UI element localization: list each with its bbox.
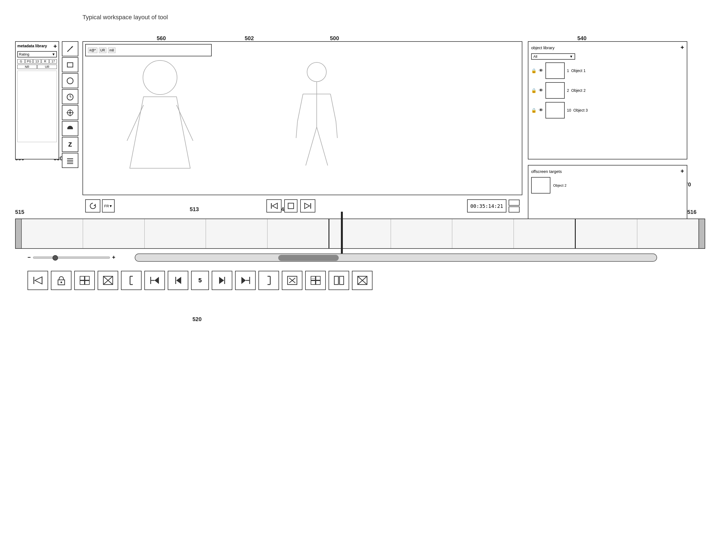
object-label-2[interactable]: Object 2	[571, 88, 586, 93]
rating-r[interactable]: R	[42, 59, 49, 64]
go-to-start-button[interactable]	[27, 271, 48, 290]
split-button[interactable]	[329, 271, 349, 290]
metadata-title: metadata library	[17, 43, 47, 48]
camera-icon-1[interactable]	[509, 200, 520, 206]
timeline-cell[interactable]	[391, 219, 452, 248]
eye-icon-2[interactable]: 👁	[539, 88, 543, 93]
library-add-button[interactable]: +	[680, 45, 684, 51]
library-filter-value: All	[533, 54, 537, 59]
back-to-in-button[interactable]	[144, 271, 165, 290]
scrollbar-thumb[interactable]	[278, 255, 339, 261]
timeline-scrollbar[interactable]	[135, 253, 657, 262]
half-circle-tool-button[interactable]	[62, 121, 78, 136]
zoom-track[interactable]	[33, 256, 110, 259]
zoom-minus-button[interactable]: −	[27, 254, 31, 261]
lock-icon-2[interactable]: 🔒	[531, 88, 537, 93]
timeline-cell[interactable]	[637, 219, 699, 248]
offscreen-label-1: Object 2	[553, 183, 566, 187]
timeline-cell[interactable]	[22, 219, 83, 248]
ref-560: 560	[157, 35, 166, 42]
rating-row2: NR UR	[17, 65, 57, 69]
zoom-thumb[interactable]	[53, 255, 58, 261]
lines-tool-button[interactable]	[62, 153, 78, 168]
timeline-left-handle[interactable]	[16, 219, 22, 248]
rectangle-tool-button[interactable]	[62, 57, 78, 72]
svg-rect-43	[85, 276, 89, 280]
object-label-1[interactable]: Object 1	[571, 68, 586, 73]
timeline-cell[interactable]	[329, 219, 391, 248]
offscreen-targets-panel: offscreen targets + Object 2	[528, 165, 687, 220]
rating-ur[interactable]: UR	[37, 65, 57, 69]
timeline-cell[interactable]	[83, 219, 144, 248]
z-tool-button[interactable]: Z	[62, 137, 78, 152]
remove-button[interactable]	[352, 271, 373, 290]
svg-marker-59	[241, 277, 246, 284]
delete-region-button[interactable]	[282, 271, 302, 290]
timeline-cell-playhead[interactable]	[268, 219, 329, 248]
metadata-panel: metadata library + Rating ▼ G PG 13 R 17…	[15, 41, 59, 159]
toolbar-tag-m8[interactable]: m8	[108, 48, 115, 53]
close-region-button[interactable]	[98, 271, 118, 290]
rating-nr[interactable]: NR	[17, 65, 37, 69]
out-point-button[interactable]	[258, 271, 279, 290]
split-view-button[interactable]	[74, 271, 95, 290]
ref-540: 540	[577, 35, 586, 42]
timeline-cell[interactable]	[452, 219, 514, 248]
crosshair-tool-button[interactable]	[62, 105, 78, 120]
svg-line-19	[127, 105, 144, 141]
camera-icon-2[interactable]	[509, 206, 520, 213]
reset-button[interactable]	[85, 199, 100, 213]
object-thumbnail-3	[545, 102, 565, 118]
object-library-panel: object library + All ▼ 🔒 👁 1 Object 1 🔒 …	[528, 41, 687, 159]
lock-icon-3[interactable]: 🔒	[531, 108, 537, 113]
rating-17[interactable]: 17	[49, 59, 57, 64]
in-point-button[interactable]	[121, 271, 142, 290]
object-thumbnail-1	[545, 62, 565, 79]
multicam-button[interactable]	[305, 271, 326, 290]
svg-point-3	[67, 78, 73, 84]
offscreen-add-button[interactable]: +	[680, 168, 684, 174]
circle-tool-button[interactable]	[62, 73, 78, 88]
lock-icon-1[interactable]: 🔒	[531, 68, 537, 73]
lock-button[interactable]	[51, 271, 71, 290]
fr-label: FR	[104, 204, 109, 208]
toolbar-tag-special[interactable]: #@*	[88, 48, 97, 53]
rating-g[interactable]: G	[17, 59, 25, 64]
svg-rect-2	[67, 63, 73, 67]
rating-dropdown[interactable]: Rating ▼	[17, 51, 57, 57]
canvas-toolbar: #@* UR m8	[85, 44, 212, 56]
ref-500: 500	[330, 35, 339, 42]
timeline-cell[interactable]	[206, 219, 267, 248]
toolbar-tag-ur[interactable]: UR	[99, 48, 106, 53]
object-label-3[interactable]: Object 3	[573, 108, 588, 112]
library-item-2: 🔒 👁 2 Object 2	[531, 82, 684, 99]
metadata-add-button[interactable]: +	[53, 43, 57, 49]
arrow-tool-button[interactable]	[62, 41, 78, 56]
timer-tool-button[interactable]	[62, 89, 78, 104]
next-button[interactable]	[300, 199, 315, 213]
library-filter-dropdown[interactable]: All ▼	[531, 53, 575, 60]
timeline-right-handle[interactable]	[699, 219, 705, 248]
zoom-plus-button[interactable]: +	[112, 254, 115, 261]
ref-502: 502	[245, 35, 254, 42]
svg-rect-12	[67, 129, 73, 129]
library-item-3: 🔒 👁 10 Object 3	[531, 102, 684, 118]
eye-icon-3[interactable]: 👁	[539, 108, 543, 113]
timeline-cell[interactable]	[576, 219, 637, 248]
offscreen-thumbnail-1	[531, 177, 550, 194]
svg-rect-70	[311, 281, 315, 285]
fr-dropdown[interactable]: FR ▼	[102, 199, 115, 213]
rating-pg[interactable]: PG	[25, 59, 33, 64]
svg-marker-52	[155, 277, 159, 284]
prev-frame-button[interactable]	[168, 271, 188, 290]
rating-13[interactable]: 13	[33, 59, 41, 64]
play-stop-button[interactable]	[284, 199, 297, 213]
eye-icon-1[interactable]: 👁	[539, 68, 543, 73]
next-frame-button[interactable]	[212, 271, 232, 290]
forward-to-out-button[interactable]	[235, 271, 256, 290]
library-dropdown-arrow-icon: ▼	[569, 54, 573, 59]
timeline-cell-marker[interactable]	[514, 219, 576, 248]
prev-button[interactable]	[266, 199, 282, 213]
svg-marker-56	[176, 277, 181, 284]
timeline-cell[interactable]	[145, 219, 206, 248]
